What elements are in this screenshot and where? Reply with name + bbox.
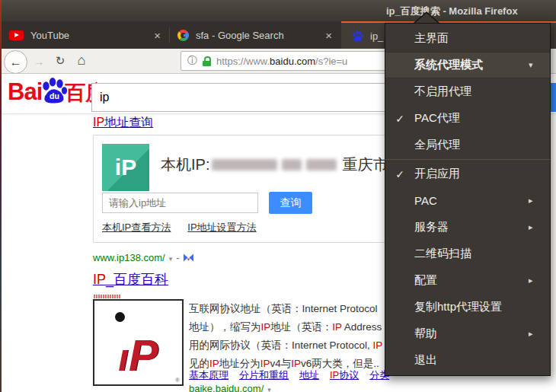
baike-sublink[interactable]: IP协议: [330, 368, 359, 382]
blurred-ip-block: [212, 159, 277, 171]
baidu-logo-text: Bai: [8, 80, 42, 104]
menu-item-config[interactable]: 配置▸: [385, 267, 550, 294]
url-text: https://www.baidu.com/s?ie=u: [216, 56, 347, 67]
text-segment: IP: [291, 358, 301, 369]
back-button[interactable]: ←: [4, 50, 27, 74]
text-segment: _百度百科: [106, 272, 168, 287]
ip-query-input[interactable]: [102, 193, 258, 213]
baike-sublink[interactable]: 分片和重组: [239, 368, 289, 382]
menu-item-exit[interactable]: 退出: [385, 347, 550, 374]
result-url[interactable]: www.ip138.com/: [93, 252, 165, 263]
baidu-paw-icon: [352, 30, 363, 42]
registered-mark: ®: [175, 377, 180, 384]
menu-item-label: 服务器: [414, 220, 529, 234]
submenu-arrow-icon: ▸: [529, 329, 550, 339]
local-ip-howto-link[interactable]: 本机IP查看方法: [102, 221, 171, 234]
baike-sublink[interactable]: 地址: [299, 368, 319, 382]
menu-item-global-proxy[interactable]: 全局代理: [385, 132, 550, 158]
menu-item-enable-app[interactable]: ✓开启应用: [385, 161, 550, 187]
menu-item-label: PAC: [414, 194, 529, 207]
url-scheme: https://www.: [216, 56, 270, 67]
menu-item-no-proxy[interactable]: 不启用代理: [385, 78, 550, 105]
menu-item-label: 开启应用: [414, 167, 529, 181]
forward-button[interactable]: →: [31, 53, 46, 69]
baike-sublink[interactable]: 基本原理: [189, 368, 228, 382]
text-segment: IP: [373, 339, 383, 351]
chevron-down-icon[interactable]: ▾: [169, 255, 173, 263]
check-icon: ✓: [385, 168, 414, 180]
baidu-snapshot-icon[interactable]: [183, 253, 194, 262]
result-title-ip-lookup[interactable]: IP地址查询: [93, 115, 153, 131]
widget-links: 本机IP查看方法 IP地址设置方法: [102, 221, 257, 234]
https-lock-icon[interactable]: [203, 56, 211, 66]
ip-logo-dot: [115, 312, 125, 322]
baidu-paw-logo-icon: du: [40, 77, 68, 104]
menu-item-label: 系统代理模式: [414, 58, 529, 72]
blurred-ip-block: [282, 159, 302, 171]
tab-close-button[interactable]: ×: [321, 29, 336, 42]
tab-youtube[interactable]: YouTube ×: [0, 21, 169, 49]
chevron-down-icon[interactable]: ▾: [267, 386, 271, 392]
text-segment: IP: [93, 272, 106, 287]
text-segment: IP: [261, 321, 271, 333]
ip-logo-art: ıP ®: [94, 301, 182, 384]
text-segment: 地址分为: [219, 358, 260, 369]
menu-item-pac-proxy[interactable]: ✓PAC代理: [385, 105, 550, 132]
text-segment: 地址），缩写为: [189, 321, 261, 333]
text-segment: 地址: [299, 369, 319, 381]
text-segment: 地址查询: [104, 116, 153, 129]
dash-separator: -: [176, 252, 179, 263]
menu-separator: [385, 159, 550, 160]
text-segment: 见的: [189, 358, 209, 369]
result-title-baike[interactable]: IP_百度百科: [93, 270, 168, 288]
baike-result-image[interactable]: ıP ®: [93, 299, 184, 386]
menu-item-copy-http-proxy-settings[interactable]: 复制http代理设置: [385, 294, 550, 320]
menu-item-pac[interactable]: PAC▸: [385, 187, 550, 214]
window-titlebar[interactable]: ip_百度搜索 - Mozilla Firefox: [0, 0, 556, 21]
result-url-row: www.ip138.com/ ▾ -: [93, 252, 194, 263]
text-segment: IP: [93, 116, 104, 129]
menu-item-label: 二维码扫描: [414, 247, 529, 261]
text-segment: 用的网际协议（英语：Internet Protocol,: [189, 339, 373, 351]
ip-region: 重庆市: [342, 155, 388, 175]
menu-item-label: 复制http代理设置: [414, 300, 529, 314]
text-segment: IP: [332, 321, 342, 333]
tab-google-search[interactable]: sfa - Google Search ×: [170, 21, 340, 49]
tab-label: sfa - Google Search: [196, 30, 321, 41]
ip-setting-howto-link[interactable]: IP地址设置方法: [187, 221, 256, 234]
text-segment: IP: [330, 369, 339, 381]
text-segment: Address: [342, 321, 382, 333]
text-segment: 协议: [339, 369, 359, 381]
menu-item-system-proxy-mode[interactable]: 系统代理模式▾: [385, 52, 550, 78]
menu-item-label: 不启用代理: [414, 84, 529, 99]
firefox-window: ip_百度搜索 - Mozilla Firefox YouTube × sfa …: [0, 0, 556, 392]
menu-item-server[interactable]: 服务器▸: [385, 214, 550, 241]
page-info-icon[interactable]: ⓘ: [187, 54, 197, 68]
check-icon: ✓: [385, 113, 414, 125]
baike-sublinks: 基本原理分片和重组地址IP协议分类: [189, 368, 389, 382]
tab-divider: [169, 27, 170, 43]
window-title: ip_百度搜索 - Mozilla Firefox: [386, 5, 518, 18]
reload-button[interactable]: ↻: [52, 53, 69, 69]
menu-item-help[interactable]: 帮助▸: [385, 320, 550, 347]
text-segment: IP: [209, 358, 219, 369]
home-button[interactable]: ⌂: [73, 52, 90, 69]
desktop-edge-sliver: [0, 0, 2, 392]
text-segment: v6两大类，但是..: [301, 358, 379, 369]
menu-item-label: 退出: [414, 353, 529, 368]
text-segment: 互联网协议地址（英语：Internet Protocol: [189, 303, 378, 314]
submenu-arrow-icon: ▸: [529, 196, 550, 206]
ip138-logo: iP: [102, 144, 149, 191]
baike-url-row: baike.baidu.com/ ▾: [189, 383, 273, 392]
local-ip-label: 本机IP:: [161, 155, 209, 175]
menu-item-qr-scan[interactable]: 二维码扫描: [385, 241, 550, 267]
google-icon: [177, 30, 189, 41]
ip-query-button[interactable]: 查询: [269, 192, 312, 214]
tab-label: YouTube: [30, 30, 150, 41]
baike-url[interactable]: baike.baidu.com/: [189, 383, 264, 392]
menu-item-main-interface[interactable]: 主界面: [385, 25, 550, 52]
proxy-popup-menu: 主界面系统代理模式▾不启用代理✓PAC代理全局代理✓开启应用PAC▸服务器▸二维…: [385, 23, 551, 376]
menu-item-label: 配置: [414, 273, 529, 288]
text-segment: 地址（英语：: [270, 321, 332, 333]
tab-close-button[interactable]: ×: [150, 29, 165, 42]
